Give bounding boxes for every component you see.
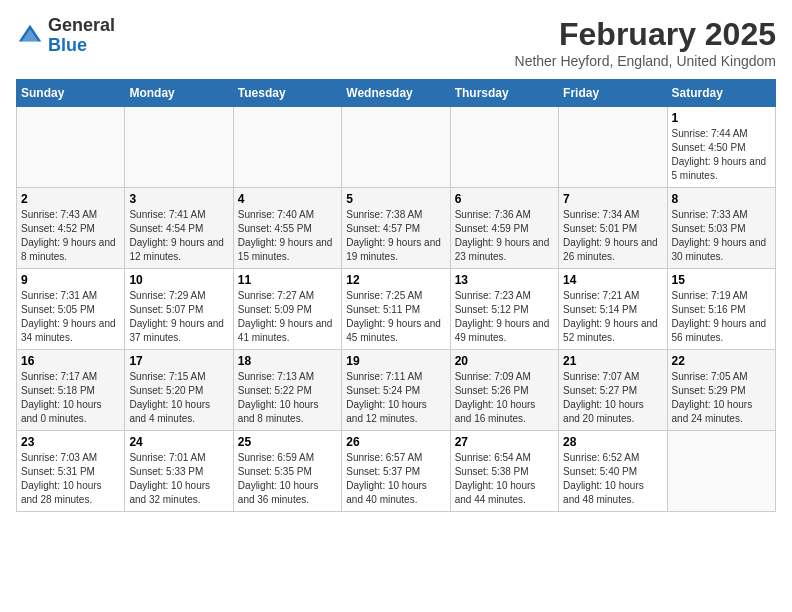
week-row-4: 16Sunrise: 7:17 AM Sunset: 5:18 PM Dayli… [17, 350, 776, 431]
day-detail: Sunrise: 7:13 AM Sunset: 5:22 PM Dayligh… [238, 370, 337, 426]
day-number: 6 [455, 192, 554, 206]
day-number: 8 [672, 192, 771, 206]
calendar-cell: 8Sunrise: 7:33 AM Sunset: 5:03 PM Daylig… [667, 188, 775, 269]
logo: General Blue [16, 16, 115, 56]
day-number: 7 [563, 192, 662, 206]
calendar-table: SundayMondayTuesdayWednesdayThursdayFrid… [16, 79, 776, 512]
calendar-cell: 22Sunrise: 7:05 AM Sunset: 5:29 PM Dayli… [667, 350, 775, 431]
day-detail: Sunrise: 7:38 AM Sunset: 4:57 PM Dayligh… [346, 208, 445, 264]
column-header-monday: Monday [125, 80, 233, 107]
calendar-cell: 27Sunrise: 6:54 AM Sunset: 5:38 PM Dayli… [450, 431, 558, 512]
logo-icon [16, 22, 44, 50]
calendar-cell [342, 107, 450, 188]
day-detail: Sunrise: 6:59 AM Sunset: 5:35 PM Dayligh… [238, 451, 337, 507]
day-detail: Sunrise: 7:33 AM Sunset: 5:03 PM Dayligh… [672, 208, 771, 264]
day-detail: Sunrise: 7:27 AM Sunset: 5:09 PM Dayligh… [238, 289, 337, 345]
calendar-cell: 10Sunrise: 7:29 AM Sunset: 5:07 PM Dayli… [125, 269, 233, 350]
day-detail: Sunrise: 7:44 AM Sunset: 4:50 PM Dayligh… [672, 127, 771, 183]
calendar-cell: 18Sunrise: 7:13 AM Sunset: 5:22 PM Dayli… [233, 350, 341, 431]
calendar-cell: 28Sunrise: 6:52 AM Sunset: 5:40 PM Dayli… [559, 431, 667, 512]
day-number: 16 [21, 354, 120, 368]
calendar-cell: 20Sunrise: 7:09 AM Sunset: 5:26 PM Dayli… [450, 350, 558, 431]
calendar-cell: 17Sunrise: 7:15 AM Sunset: 5:20 PM Dayli… [125, 350, 233, 431]
day-number: 26 [346, 435, 445, 449]
week-row-3: 9Sunrise: 7:31 AM Sunset: 5:05 PM Daylig… [17, 269, 776, 350]
day-number: 21 [563, 354, 662, 368]
day-number: 20 [455, 354, 554, 368]
calendar-cell: 7Sunrise: 7:34 AM Sunset: 5:01 PM Daylig… [559, 188, 667, 269]
day-detail: Sunrise: 7:40 AM Sunset: 4:55 PM Dayligh… [238, 208, 337, 264]
day-detail: Sunrise: 7:05 AM Sunset: 5:29 PM Dayligh… [672, 370, 771, 426]
day-number: 13 [455, 273, 554, 287]
logo-blue-text: Blue [48, 35, 87, 55]
day-detail: Sunrise: 7:15 AM Sunset: 5:20 PM Dayligh… [129, 370, 228, 426]
calendar-cell [559, 107, 667, 188]
day-number: 4 [238, 192, 337, 206]
day-number: 9 [21, 273, 120, 287]
day-detail: Sunrise: 7:19 AM Sunset: 5:16 PM Dayligh… [672, 289, 771, 345]
day-number: 12 [346, 273, 445, 287]
day-number: 11 [238, 273, 337, 287]
column-header-thursday: Thursday [450, 80, 558, 107]
day-detail: Sunrise: 7:09 AM Sunset: 5:26 PM Dayligh… [455, 370, 554, 426]
logo-general-text: General [48, 15, 115, 35]
calendar-cell: 3Sunrise: 7:41 AM Sunset: 4:54 PM Daylig… [125, 188, 233, 269]
column-header-tuesday: Tuesday [233, 80, 341, 107]
day-detail: Sunrise: 7:01 AM Sunset: 5:33 PM Dayligh… [129, 451, 228, 507]
day-detail: Sunrise: 7:29 AM Sunset: 5:07 PM Dayligh… [129, 289, 228, 345]
day-number: 17 [129, 354, 228, 368]
calendar-cell: 9Sunrise: 7:31 AM Sunset: 5:05 PM Daylig… [17, 269, 125, 350]
week-row-5: 23Sunrise: 7:03 AM Sunset: 5:31 PM Dayli… [17, 431, 776, 512]
column-header-sunday: Sunday [17, 80, 125, 107]
calendar-cell: 13Sunrise: 7:23 AM Sunset: 5:12 PM Dayli… [450, 269, 558, 350]
calendar-cell [450, 107, 558, 188]
calendar-cell: 14Sunrise: 7:21 AM Sunset: 5:14 PM Dayli… [559, 269, 667, 350]
calendar-body: 1Sunrise: 7:44 AM Sunset: 4:50 PM Daylig… [17, 107, 776, 512]
calendar-header-row: SundayMondayTuesdayWednesdayThursdayFrid… [17, 80, 776, 107]
day-number: 14 [563, 273, 662, 287]
day-detail: Sunrise: 7:25 AM Sunset: 5:11 PM Dayligh… [346, 289, 445, 345]
calendar-cell: 25Sunrise: 6:59 AM Sunset: 5:35 PM Dayli… [233, 431, 341, 512]
day-detail: Sunrise: 7:34 AM Sunset: 5:01 PM Dayligh… [563, 208, 662, 264]
week-row-1: 1Sunrise: 7:44 AM Sunset: 4:50 PM Daylig… [17, 107, 776, 188]
day-number: 10 [129, 273, 228, 287]
calendar-cell: 23Sunrise: 7:03 AM Sunset: 5:31 PM Dayli… [17, 431, 125, 512]
day-detail: Sunrise: 7:36 AM Sunset: 4:59 PM Dayligh… [455, 208, 554, 264]
calendar-cell: 1Sunrise: 7:44 AM Sunset: 4:50 PM Daylig… [667, 107, 775, 188]
calendar-cell: 19Sunrise: 7:11 AM Sunset: 5:24 PM Dayli… [342, 350, 450, 431]
calendar-cell: 6Sunrise: 7:36 AM Sunset: 4:59 PM Daylig… [450, 188, 558, 269]
day-detail: Sunrise: 7:43 AM Sunset: 4:52 PM Dayligh… [21, 208, 120, 264]
day-detail: Sunrise: 7:41 AM Sunset: 4:54 PM Dayligh… [129, 208, 228, 264]
column-header-friday: Friday [559, 80, 667, 107]
calendar-cell [125, 107, 233, 188]
day-number: 2 [21, 192, 120, 206]
day-detail: Sunrise: 7:03 AM Sunset: 5:31 PM Dayligh… [21, 451, 120, 507]
calendar-cell: 11Sunrise: 7:27 AM Sunset: 5:09 PM Dayli… [233, 269, 341, 350]
day-detail: Sunrise: 7:07 AM Sunset: 5:27 PM Dayligh… [563, 370, 662, 426]
day-number: 19 [346, 354, 445, 368]
calendar-cell: 16Sunrise: 7:17 AM Sunset: 5:18 PM Dayli… [17, 350, 125, 431]
calendar-cell: 12Sunrise: 7:25 AM Sunset: 5:11 PM Dayli… [342, 269, 450, 350]
day-number: 25 [238, 435, 337, 449]
calendar-cell: 21Sunrise: 7:07 AM Sunset: 5:27 PM Dayli… [559, 350, 667, 431]
title-section: February 2025 Nether Heyford, England, U… [515, 16, 776, 69]
calendar-cell [17, 107, 125, 188]
day-number: 5 [346, 192, 445, 206]
day-number: 28 [563, 435, 662, 449]
day-detail: Sunrise: 6:52 AM Sunset: 5:40 PM Dayligh… [563, 451, 662, 507]
day-detail: Sunrise: 7:11 AM Sunset: 5:24 PM Dayligh… [346, 370, 445, 426]
calendar-subtitle: Nether Heyford, England, United Kingdom [515, 53, 776, 69]
day-number: 15 [672, 273, 771, 287]
calendar-cell: 4Sunrise: 7:40 AM Sunset: 4:55 PM Daylig… [233, 188, 341, 269]
day-detail: Sunrise: 6:54 AM Sunset: 5:38 PM Dayligh… [455, 451, 554, 507]
calendar-cell: 2Sunrise: 7:43 AM Sunset: 4:52 PM Daylig… [17, 188, 125, 269]
day-detail: Sunrise: 6:57 AM Sunset: 5:37 PM Dayligh… [346, 451, 445, 507]
calendar-title: February 2025 [515, 16, 776, 53]
day-detail: Sunrise: 7:21 AM Sunset: 5:14 PM Dayligh… [563, 289, 662, 345]
header: General Blue February 2025 Nether Heyfor… [16, 16, 776, 69]
day-number: 23 [21, 435, 120, 449]
calendar-cell: 5Sunrise: 7:38 AM Sunset: 4:57 PM Daylig… [342, 188, 450, 269]
day-number: 22 [672, 354, 771, 368]
calendar-cell: 24Sunrise: 7:01 AM Sunset: 5:33 PM Dayli… [125, 431, 233, 512]
calendar-cell [667, 431, 775, 512]
